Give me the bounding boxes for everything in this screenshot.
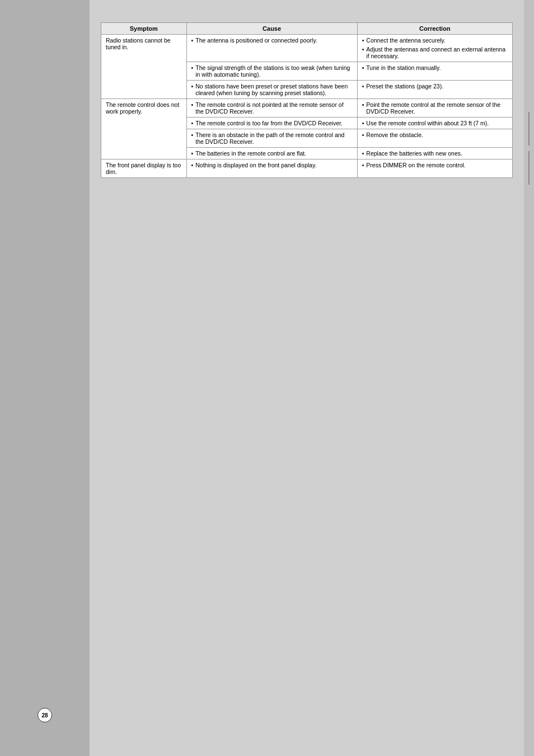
table-row: The remote control does not work properl… xyxy=(101,99,513,118)
right-sidebar xyxy=(524,0,534,756)
bullet-icon: • xyxy=(362,132,364,138)
bullet-icon: • xyxy=(191,37,194,44)
correction-item: •Preset the stations (page 23). xyxy=(362,83,508,90)
cause-item: •The remote control is too far from the … xyxy=(191,120,353,126)
main-content: Symptom Cause Correction Radio stations … xyxy=(90,0,524,756)
cause-item: •Nothing is displayed on the front panel… xyxy=(191,162,353,168)
cause-item: •The remote control is not pointed at th… xyxy=(191,101,353,115)
bullet-icon: • xyxy=(191,162,194,168)
symptom-cell: Radio stations cannot be tuned in. xyxy=(101,35,187,99)
correction-cell: •Use the remote control within about 23 … xyxy=(357,118,512,129)
correction-cell: •Preset the stations (page 23). xyxy=(357,81,512,99)
bullet-icon: • xyxy=(191,101,194,108)
correction-item: •Press DIMMER on the remote control. xyxy=(362,162,508,168)
bullet-icon: • xyxy=(362,150,364,157)
correction-item: •Remove the obstacle. xyxy=(362,132,508,138)
cause-cell: •There is an obstacle in the path of the… xyxy=(186,129,357,148)
cause-cell: •The remote control is not pointed at th… xyxy=(186,99,357,118)
table-row: Radio stations cannot be tuned in.•The a… xyxy=(101,35,513,62)
table-row: The front panel display is too dim.•Noth… xyxy=(101,159,513,178)
cause-cell: •No stations have been preset or preset … xyxy=(186,81,357,99)
correction-cell: •Tune in the station manually. xyxy=(357,62,512,81)
troubleshoot-table: Symptom Cause Correction Radio stations … xyxy=(101,22,513,178)
cause-cell: •The remote control is too far from the … xyxy=(186,118,357,129)
correction-item: •Connect the antenna securely. xyxy=(362,37,508,44)
correction-item: •Replace the batteries with new ones. xyxy=(362,150,508,157)
header-cause: Cause xyxy=(186,23,357,35)
header-symptom: Symptom xyxy=(101,23,187,35)
correction-item: •Tune in the station manually. xyxy=(362,64,508,71)
correction-item: •Use the remote control within about 23 … xyxy=(362,120,508,126)
bullet-icon: • xyxy=(362,46,364,53)
cause-cell: •The signal strength of the stations is … xyxy=(186,62,357,81)
bullet-icon: • xyxy=(362,37,364,44)
cause-item: •There is an obstacle in the path of the… xyxy=(191,132,353,145)
bullet-icon: • xyxy=(362,83,364,90)
cause-cell: •The batteries in the remote control are… xyxy=(186,148,357,159)
bullet-icon: • xyxy=(191,120,194,126)
page-number: 28 xyxy=(38,708,52,722)
symptom-cell: The front panel display is too dim. xyxy=(101,159,187,178)
bullet-icon: • xyxy=(191,132,194,138)
bullet-icon: • xyxy=(362,101,364,108)
correction-cell: •Press DIMMER on the remote control. xyxy=(357,159,512,178)
cause-item: •The signal strength of the stations is … xyxy=(191,64,353,78)
bullet-icon: • xyxy=(191,64,194,71)
cause-item: •No stations have been preset or preset … xyxy=(191,83,353,96)
bullet-icon: • xyxy=(362,162,364,168)
right-bar-line-bottom xyxy=(528,151,530,185)
bullet-icon: • xyxy=(362,120,364,126)
symptom-cell: The remote control does not work properl… xyxy=(101,99,187,159)
cause-item: •The batteries in the remote control are… xyxy=(191,150,353,157)
cause-cell: •The antenna is positioned or connected … xyxy=(186,35,357,62)
page-container: 28 Symptom Cause Correction Radio statio… xyxy=(0,0,534,756)
bullet-icon: • xyxy=(191,150,194,157)
right-bar-line-top xyxy=(528,112,530,145)
correction-item: •Point the remote control at the remote … xyxy=(362,101,508,115)
correction-item: •Adjust the antennas and connect an exte… xyxy=(362,46,508,59)
bullet-icon: • xyxy=(191,83,194,90)
bullet-icon: • xyxy=(362,64,364,71)
correction-cell: •Connect the antenna securely.•Adjust th… xyxy=(357,35,512,62)
correction-cell: •Point the remote control at the remote … xyxy=(357,99,512,118)
correction-cell: •Remove the obstacle. xyxy=(357,129,512,148)
correction-cell: •Replace the batteries with new ones. xyxy=(357,148,512,159)
left-sidebar: 28 xyxy=(0,0,90,756)
cause-item: •The antenna is positioned or connected … xyxy=(191,37,353,44)
header-correction: Correction xyxy=(357,23,512,35)
cause-cell: •Nothing is displayed on the front panel… xyxy=(186,159,357,178)
